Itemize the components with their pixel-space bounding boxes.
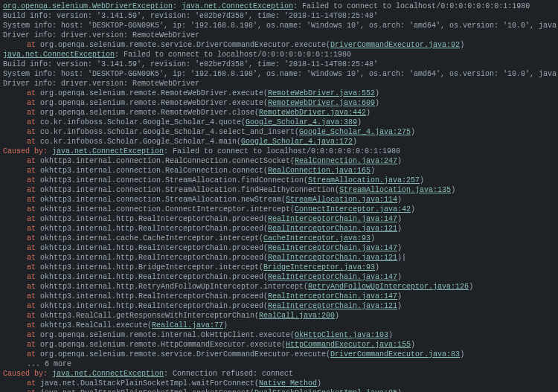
stack-frame[interactable]: at org.openqa.selenium.remote.RemoteWebD… — [3, 98, 555, 108]
source-link[interactable]: RemoteWebDriver.java:609 — [268, 99, 375, 107]
source-link[interactable]: RealInterceptorChain.java:121 — [268, 302, 397, 310]
source-link[interactable]: Google_Scholar_4.java:389 — [246, 118, 357, 126]
log-text: ) — [317, 379, 321, 388]
source-link[interactable]: DualStackPlainSocketImpl.java:85 — [254, 389, 397, 392]
log-line[interactable]: org.openqa.selenium.WebDriverException: … — [3, 1, 555, 11]
log-text: org.openqa.selenium.remote.RemoteWebDriv… — [36, 109, 259, 117]
log-text: okhttp3.internal.connection.StreamAlloca… — [36, 196, 286, 204]
stack-frame[interactable]: at okhttp3.internal.connection.RealConne… — [3, 156, 555, 166]
log-text: ) — [451, 186, 455, 194]
log-text: at — [27, 205, 36, 213]
source-link[interactable]: RealInterceptorChain.java:147 — [268, 292, 397, 301]
source-link[interactable]: Google_Scholar_4.java:172 — [241, 138, 353, 146]
log-text: org.openqa.selenium.remote.internal.OkHt… — [36, 331, 295, 339]
stack-frame[interactable]: at org.openqa.selenium.remote.RemoteWebD… — [3, 89, 555, 98]
stack-frame[interactable]: at okhttp3.internal.http.RealInterceptor… — [3, 243, 555, 253]
stack-frame[interactable]: at org.openqa.selenium.remote.service.Dr… — [3, 40, 555, 50]
stack-frame[interactable]: at okhttp3.internal.http.RealInterceptor… — [3, 272, 555, 282]
source-link[interactable]: RemoteWebDriver.java:552 — [268, 89, 375, 97]
source-link[interactable]: RealCall.java:200 — [259, 312, 335, 320]
log-text: co.kr.infoboss.Scholar.Google_Scholar_4.… — [36, 128, 299, 136]
log-text: at — [27, 273, 36, 281]
log-line[interactable]: Build info: version: '3.141.59', revisio… — [3, 11, 555, 21]
source-link[interactable]: ConnectInterceptor.java:42 — [295, 205, 411, 213]
source-link[interactable]: RealInterceptorChain.java:147 — [268, 244, 397, 252]
stack-frame[interactable]: at org.openqa.selenium.remote.service.Dr… — [3, 350, 555, 359]
source-link[interactable]: StreamAllocation.java:114 — [286, 196, 397, 204]
caused-by-line[interactable]: Caused by: java.net.ConnectException: Fa… — [3, 147, 555, 156]
console-output[interactable]: org.openqa.selenium.WebDriverException: … — [0, 0, 558, 392]
source-link[interactable]: BridgeInterceptor.java:93 — [263, 263, 375, 271]
source-link[interactable]: RealInterceptorChain.java:147 — [268, 273, 397, 281]
source-link[interactable]: RealConnection.java:247 — [295, 157, 397, 165]
log-line[interactable]: Driver info: driver.version: RemoteWebDr… — [3, 30, 555, 40]
source-link[interactable]: java.net.ConnectException — [52, 147, 164, 155]
log-text: ) — [460, 350, 464, 359]
log-text: ) — [223, 321, 228, 330]
stack-frame[interactable]: at okhttp3.internal.connection.StreamAll… — [3, 185, 555, 195]
source-link[interactable]: RealInterceptorChain.java:147 — [268, 215, 397, 223]
log-text: ) — [460, 41, 464, 49]
stack-frame[interactable]: at okhttp3.internal.connection.StreamAll… — [3, 195, 555, 205]
log-text: okhttp3.internal.http.RealInterceptorCha… — [36, 215, 268, 223]
stack-frame[interactable]: at co.kr.infoboss.Scholar.Google_Scholar… — [3, 118, 555, 127]
source-link[interactable]: RealCall.java:77 — [152, 321, 223, 330]
stack-frame[interactable]: at java.net.DualStackPlainSocketImpl.wai… — [3, 379, 555, 388]
source-link[interactable]: DriverCommandExecutor.java:92 — [330, 41, 460, 49]
source-link[interactable]: CacheInterceptor.java:93 — [263, 234, 371, 242]
log-text: at — [27, 389, 36, 392]
source-link[interactable]: RealInterceptorChain.java:121 — [268, 225, 397, 233]
source-link[interactable]: DriverCommandExecutor.java:83 — [330, 350, 460, 359]
log-text: at — [27, 118, 36, 126]
stack-frame[interactable]: at okhttp3.internal.cache.CacheIntercept… — [3, 234, 555, 243]
source-link[interactable]: org.openqa.selenium.WebDriverException — [3, 2, 173, 10]
log-line[interactable]: Driver info: driver.version: RemoteWebDr… — [3, 79, 555, 89]
stack-frame[interactable]: at org.openqa.selenium.remote.internal.O… — [3, 330, 555, 340]
source-link[interactable]: OkHttpClient.java:103 — [295, 331, 388, 339]
log-text: ) — [397, 302, 402, 310]
stack-frame[interactable]: at okhttp3.internal.http.RetryAndFollowU… — [3, 282, 555, 292]
source-link[interactable]: RemoteWebDriver.java:442 — [259, 109, 366, 117]
source-link[interactable]: HttpCommandExecutor.java:155 — [286, 341, 411, 349]
log-text: at — [27, 312, 36, 320]
source-link[interactable]: StreamAllocation.java:135 — [339, 186, 451, 194]
stack-frame[interactable]: at okhttp3.internal.connection.StreamAll… — [3, 176, 555, 185]
stack-frame[interactable]: at okhttp3.internal.http.BridgeIntercept… — [3, 263, 555, 272]
stack-frame[interactable]: at okhttp3.RealCall.execute(RealCall.jav… — [3, 321, 555, 330]
log-text: ) — [397, 244, 402, 252]
stack-frame[interactable]: at okhttp3.internal.http.RealInterceptor… — [3, 224, 555, 234]
source-link[interactable]: StreamAllocation.java:257 — [308, 176, 420, 184]
stack-frame[interactable]: at okhttp3.RealCall.getResponseWithInter… — [3, 311, 555, 321]
log-line[interactable]: ... 6 more — [3, 359, 555, 369]
log-text: at — [27, 234, 36, 242]
stack-frame[interactable]: at org.openqa.selenium.remote.RemoteWebD… — [3, 108, 555, 118]
stack-frame[interactable]: at okhttp3.internal.http.RealInterceptor… — [3, 214, 555, 224]
stack-frame[interactable]: at co.kr.infoboss.Scholar.Google_Scholar… — [3, 137, 555, 147]
log-text: at — [27, 167, 36, 175]
source-link[interactable]: Native Method — [259, 379, 317, 388]
source-link[interactable]: RealConnection.java:165 — [268, 167, 371, 175]
stack-frame[interactable]: at org.openqa.selenium.remote.HttpComman… — [3, 340, 555, 350]
log-text: ) — [397, 273, 402, 281]
log-line[interactable]: java.net.ConnectException: Failed to con… — [3, 50, 555, 60]
source-link[interactable]: java.net.ConnectException — [182, 2, 293, 10]
stack-frame[interactable]: at java.net.DualStackPlainSocketImpl.soc… — [3, 388, 555, 392]
stack-frame[interactable]: at okhttp3.internal.connection.ConnectIn… — [3, 205, 555, 214]
source-link[interactable]: RetryAndFollowUpInterceptor.java:126 — [308, 283, 469, 291]
log-line[interactable]: System info: host: 'DESKTOP-GGN09K5', ip… — [3, 69, 555, 79]
source-link[interactable]: java.net.ConnectException — [52, 370, 164, 378]
source-link[interactable]: RealInterceptorChain.java:121 — [268, 254, 397, 262]
stack-frame[interactable]: at co.kr.infoboss.Scholar.Google_Scholar… — [3, 127, 555, 137]
stack-frame[interactable]: at okhttp3.internal.http.RealInterceptor… — [3, 301, 555, 311]
stack-frame[interactable]: at okhttp3.internal.http.RealInterceptor… — [3, 253, 555, 263]
log-line[interactable]: Build info: version: '3.141.59', revisio… — [3, 60, 555, 69]
stack-frame[interactable]: at okhttp3.internal.connection.RealConne… — [3, 166, 555, 176]
log-text: okhttp3.internal.connection.ConnectInter… — [36, 205, 295, 213]
log-text: ) — [397, 196, 402, 204]
log-text: okhttp3.internal.http.RealInterceptorCha… — [36, 225, 268, 233]
caused-by-line[interactable]: Caused by: java.net.ConnectException: Co… — [3, 369, 555, 379]
source-link[interactable]: Google_Scholar_4.java:275 — [299, 128, 411, 136]
source-link[interactable]: java.net.ConnectException — [3, 51, 115, 59]
log-line[interactable]: System info: host: 'DESKTOP-GGN09K5', ip… — [3, 21, 555, 30]
stack-frame[interactable]: at okhttp3.internal.http.RealInterceptor… — [3, 292, 555, 301]
